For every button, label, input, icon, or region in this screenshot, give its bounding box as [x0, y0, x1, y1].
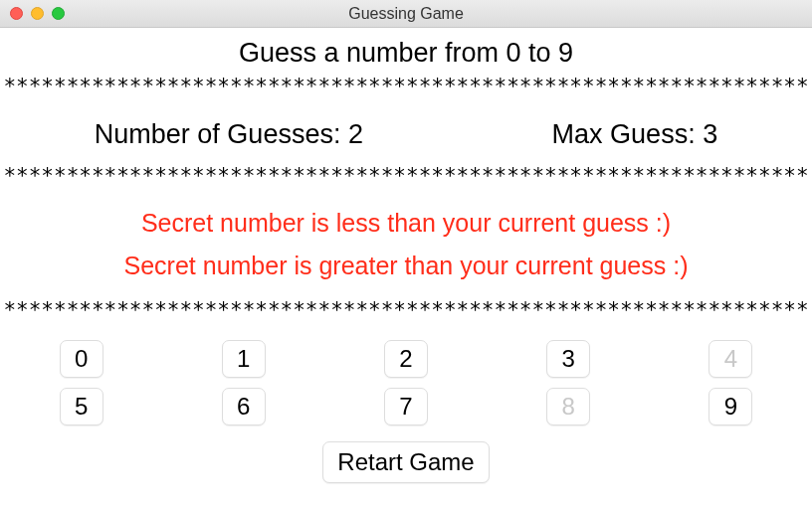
minimize-icon[interactable]	[31, 7, 44, 20]
num-cell: 4	[650, 340, 812, 378]
window-controls	[10, 7, 65, 20]
number-button-5[interactable]: 5	[60, 388, 103, 425]
stats-row: Number of Guesses: 2 Max Guess: 3	[0, 119, 812, 150]
max-stat: Max Guess: 3	[552, 119, 718, 150]
number-button-0[interactable]: 0	[60, 340, 103, 378]
num-cell: 8	[488, 388, 650, 425]
number-button-9[interactable]: 9	[709, 388, 752, 425]
number-button-8: 8	[546, 388, 590, 425]
close-icon[interactable]	[10, 7, 23, 20]
restart-row: Retart Game	[322, 441, 489, 483]
num-cell: 9	[650, 388, 812, 425]
prompt-text: Guess a number from 0 to 9	[239, 38, 573, 69]
guesses-stat: Number of Guesses: 2	[95, 119, 363, 150]
restart-button[interactable]: Retart Game	[322, 441, 489, 483]
maximize-icon[interactable]	[52, 7, 65, 20]
max-value: 3	[703, 119, 717, 149]
divider-3: ****************************************…	[0, 298, 812, 323]
number-button-7[interactable]: 7	[384, 388, 428, 425]
number-grid: 0123456789	[0, 340, 812, 425]
num-cell: 6	[162, 388, 324, 425]
num-cell: 0	[0, 340, 162, 378]
hints-area: Secret number is less than your current …	[124, 209, 689, 280]
num-cell: 1	[162, 340, 324, 378]
divider-1: ****************************************…	[0, 75, 812, 99]
content-area: Guess a number from 0 to 9 *************…	[0, 28, 812, 483]
number-button-1[interactable]: 1	[222, 340, 266, 378]
divider-2: ****************************************…	[0, 164, 812, 189]
max-label: Max Guess:	[552, 119, 704, 149]
num-cell: 7	[324, 388, 487, 425]
num-cell: 3	[488, 340, 650, 378]
number-button-4: 4	[709, 340, 752, 378]
guesses-label: Number of Guesses:	[95, 119, 348, 149]
number-button-3[interactable]: 3	[546, 340, 590, 378]
hint-2: Secret number is greater than your curre…	[124, 252, 689, 280]
window-title: Guessing Game	[0, 5, 812, 23]
num-cell: 2	[324, 340, 487, 378]
number-button-2[interactable]: 2	[384, 340, 428, 378]
hint-1: Secret number is less than your current …	[141, 209, 671, 238]
number-button-6[interactable]: 6	[222, 388, 266, 425]
guesses-value: 2	[348, 119, 363, 149]
window-titlebar: Guessing Game	[0, 0, 812, 28]
num-cell: 5	[0, 388, 162, 425]
